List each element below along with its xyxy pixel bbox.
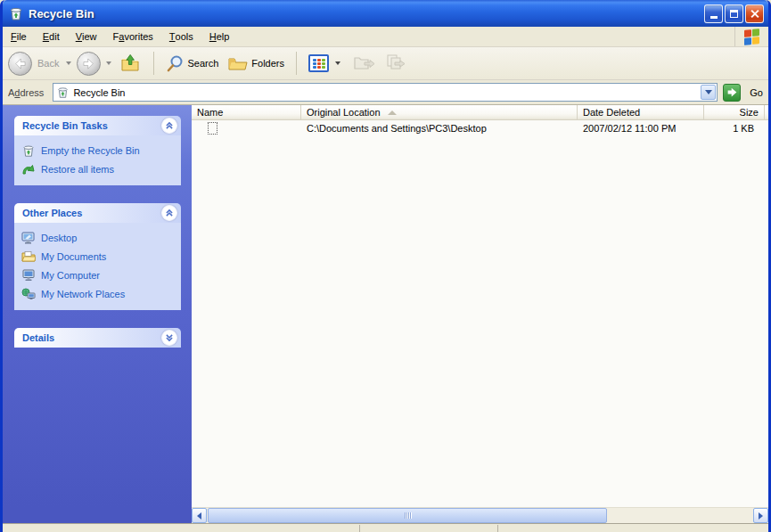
expand-button[interactable]: [161, 330, 177, 346]
horizontal-scrollbar[interactable]: [192, 507, 768, 523]
title-bar: Recycle Bin: [3, 0, 768, 27]
copy-to-button: [381, 52, 409, 75]
empty-recycle-bin-link[interactable]: Empty the Recycle Bin: [21, 143, 176, 158]
go-arrow-icon: [726, 86, 738, 98]
address-label-text: dress: [20, 87, 44, 98]
explorer-window: Recycle Bin File Edit View Favorites Too…: [0, 0, 771, 532]
menu-label: dit: [49, 31, 60, 42]
search-icon: [166, 54, 184, 72]
panel-title: Recycle Bin Tasks: [22, 120, 108, 131]
forward-button[interactable]: [77, 52, 101, 76]
copy-to-icon: [384, 53, 406, 73]
menu-spacer: [237, 27, 734, 46]
menu-edit[interactable]: Edit: [35, 27, 68, 46]
minimize-button[interactable]: [704, 4, 723, 23]
column-header-date-deleted[interactable]: Date Deleted: [578, 105, 704, 120]
status-bar-divider: [497, 525, 498, 532]
link-label: My Network Places: [41, 289, 125, 299]
column-headers: Name Original Location Date Deleted Size: [192, 105, 768, 120]
other-places-header[interactable]: Other Places: [14, 203, 181, 223]
table-row[interactable]: C:\Documents and Settings\PC3\Desktop 20…: [192, 120, 768, 135]
menu-accesskey: E: [43, 31, 49, 42]
window-controls: [704, 4, 764, 23]
address-dropdown-button[interactable]: [701, 85, 716, 100]
status-bar-divider: [359, 525, 360, 532]
back-dropdown-icon[interactable]: [66, 61, 71, 65]
my-computer-link[interactable]: My Computer: [21, 268, 176, 282]
close-button[interactable]: [745, 4, 764, 23]
windows-logo-icon: [734, 27, 768, 46]
my-network-places-icon: [21, 287, 36, 301]
restore-all-items-link[interactable]: Restore all items: [21, 162, 176, 176]
go-label: Go: [750, 87, 763, 98]
column-label: Date Deleted: [583, 107, 640, 118]
column-header-name[interactable]: Name: [192, 105, 301, 120]
minimize-icon: [710, 16, 718, 19]
file-placeholder-icon[interactable]: [208, 122, 217, 135]
link-label: My Documents: [41, 251, 106, 262]
other-places-panel: Other Places: [14, 203, 181, 310]
list-body: C:\Documents and Settings\PC3\Desktop 20…: [192, 120, 768, 507]
recycle-bin-icon: [8, 5, 24, 21]
details-header[interactable]: Details: [14, 328, 181, 348]
sort-ascending-icon: [388, 110, 397, 115]
link-label: Empty the Recycle Bin: [41, 145, 140, 156]
recycle-bin-tasks-panel: Recycle Bin Tasks: [14, 116, 181, 185]
menu-view[interactable]: View: [68, 27, 105, 46]
move-to-icon: [353, 53, 374, 73]
views-dropdown-icon: [335, 61, 340, 65]
column-header-size[interactable]: Size: [704, 105, 765, 120]
my-network-places-link[interactable]: My Network Places: [21, 287, 176, 301]
views-button[interactable]: [305, 53, 347, 74]
menu-label: ools: [176, 31, 193, 42]
date-deleted-cell: 2007/02/12 11:00 PM: [578, 123, 704, 134]
search-label: Search: [187, 58, 218, 69]
back-icon: [8, 52, 32, 76]
recycle-bin-icon: [56, 86, 70, 99]
menu-tools[interactable]: Tools: [161, 27, 201, 46]
folders-button[interactable]: Folders: [225, 53, 288, 73]
address-input[interactable]: Recycle Bin: [53, 83, 718, 102]
size-cell: 1 KB: [704, 123, 765, 134]
menu-help[interactable]: Help: [201, 27, 238, 46]
menu-label: elp: [217, 31, 230, 42]
chevron-up-double-icon: [163, 119, 176, 132]
scrollbar-thumb[interactable]: [208, 508, 607, 523]
back-label: Back: [37, 58, 59, 69]
menu-favorites[interactable]: Favorites: [105, 27, 161, 46]
move-to-button: [349, 52, 378, 75]
scroll-left-button[interactable]: [192, 508, 207, 523]
file-list: Name Original Location Date Deleted Size…: [192, 105, 768, 507]
go-button[interactable]: [723, 84, 741, 102]
menu-label: ile: [17, 31, 27, 42]
search-button[interactable]: Search: [162, 53, 222, 74]
column-header-original-location[interactable]: Original Location: [301, 105, 578, 120]
collapse-button[interactable]: [161, 118, 177, 134]
maximize-button[interactable]: [725, 4, 743, 23]
up-folder-icon: [120, 53, 142, 73]
menu-bar: File Edit View Favorites Tools Help: [3, 27, 768, 47]
my-documents-link[interactable]: My Documents: [21, 250, 176, 264]
back-button[interactable]: Back: [8, 52, 61, 76]
panel-title: Details: [22, 332, 54, 343]
menu-label: vorites: [124, 31, 152, 42]
scroll-right-button[interactable]: [753, 508, 768, 523]
menu-accesskey: F: [11, 31, 17, 42]
my-computer-icon: [21, 268, 36, 282]
window-title: Recycle Bin: [29, 7, 704, 20]
collapse-button[interactable]: [161, 205, 177, 221]
address-value: Recycle Bin: [73, 87, 701, 98]
forward-dropdown-icon[interactable]: [106, 61, 111, 65]
recycle-bin-tasks-header[interactable]: Recycle Bin Tasks: [14, 116, 181, 135]
menu-file[interactable]: File: [3, 27, 35, 46]
recycle-bin-icon: [21, 143, 36, 158]
menu-label: iew: [82, 31, 97, 42]
chevron-up-double-icon: [163, 207, 176, 219]
menu-accesskey: T: [169, 31, 176, 42]
desktop-icon: [21, 231, 36, 245]
other-places-body: Desktop My Documents: [14, 223, 181, 310]
toolbar-separator: [153, 52, 154, 75]
link-label: My Computer: [41, 270, 100, 281]
desktop-link[interactable]: Desktop: [21, 231, 176, 245]
up-button[interactable]: [117, 52, 145, 75]
